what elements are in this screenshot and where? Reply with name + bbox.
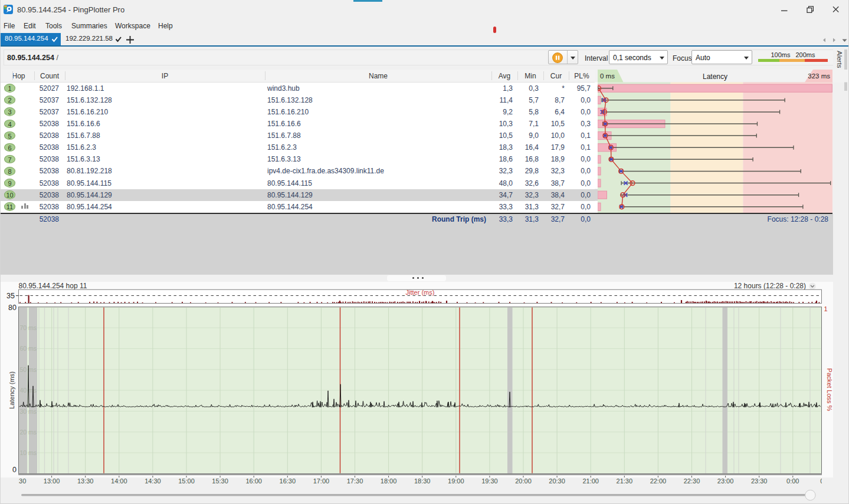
svg-text:15:30: 15:30: [212, 477, 228, 485]
svg-text:17:30: 17:30: [347, 477, 363, 485]
svg-text:70 ms: 70 ms: [20, 324, 37, 331]
svg-text:60 ms: 60 ms: [20, 345, 37, 352]
svg-text:19:30: 19:30: [481, 477, 498, 485]
svg-text:1: 1: [824, 305, 828, 312]
svg-text:22:30: 22:30: [684, 477, 700, 485]
svg-text:13:00: 13:00: [44, 477, 60, 485]
svg-text:12:30: 12:30: [10, 477, 27, 485]
svg-text:20:30: 20:30: [549, 477, 565, 485]
svg-text:13:30: 13:30: [77, 477, 94, 485]
svg-text:15:00: 15:00: [178, 477, 195, 485]
svg-text:0:30: 0:30: [820, 477, 832, 485]
svg-text:21:30: 21:30: [617, 477, 633, 485]
svg-text:Jitter (ms): Jitter (ms): [406, 289, 435, 296]
svg-text:Latency: Latency: [703, 73, 727, 81]
svg-text:21:00: 21:00: [582, 477, 599, 485]
svg-text:20 ms: 20 ms: [20, 429, 37, 436]
svg-text:0: 0: [12, 466, 17, 474]
svg-text:16:30: 16:30: [280, 477, 296, 485]
svg-text:23:30: 23:30: [751, 477, 768, 485]
svg-text:23:00: 23:00: [717, 477, 734, 485]
svg-text:18:00: 18:00: [381, 477, 397, 485]
svg-text:80: 80: [8, 304, 17, 312]
svg-text:10 ms: 10 ms: [20, 449, 37, 456]
svg-text:Packet Loss %: Packet Loss %: [826, 368, 833, 411]
svg-text:0 ms: 0 ms: [600, 73, 615, 80]
svg-text:17:00: 17:00: [313, 477, 330, 485]
svg-text:14:00: 14:00: [111, 477, 127, 485]
svg-text:30 ms: 30 ms: [20, 408, 37, 415]
svg-text:35: 35: [6, 292, 15, 300]
svg-text:Latency (ms): Latency (ms): [8, 371, 15, 409]
svg-text:18:30: 18:30: [414, 477, 431, 485]
svg-text:22:00: 22:00: [650, 477, 667, 485]
svg-text:20:00: 20:00: [515, 477, 532, 485]
svg-text:0:00: 0:00: [786, 477, 799, 485]
svg-text:323 ms: 323 ms: [808, 73, 830, 80]
svg-text:19:00: 19:00: [448, 477, 464, 485]
svg-text:14:30: 14:30: [145, 477, 161, 485]
svg-text:16:00: 16:00: [245, 477, 262, 485]
